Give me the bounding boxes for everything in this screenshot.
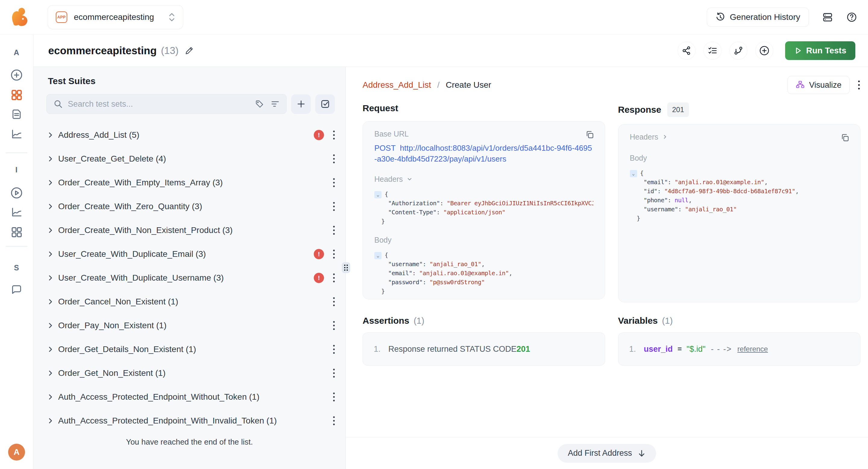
- variable-value: "$.id": [687, 345, 706, 354]
- copy-request-button[interactable]: [585, 130, 595, 139]
- app-selector[interactable]: APP ecommerceapitesting: [48, 5, 183, 29]
- analytics-chart-icon[interactable]: [10, 206, 23, 218]
- request-url[interactable]: POSThttp://localhost:8083/api/v1/orders/…: [374, 143, 593, 164]
- test-suite-row[interactable]: Order_Get_Non_Existent (1) !: [33, 361, 345, 385]
- user-avatar[interactable]: A: [8, 444, 25, 461]
- test-suite-row[interactable]: Order_Get_Details_Non_Existent (1) !: [33, 337, 345, 361]
- dashboard-grid-icon[interactable]: [10, 89, 23, 101]
- request-headers-label[interactable]: Headers: [374, 175, 593, 184]
- detail-menu-button[interactable]: [858, 80, 861, 90]
- suite-menu-button[interactable]: [333, 273, 336, 283]
- chat-bubble-icon[interactable]: [10, 283, 23, 295]
- kebab-menu-icon: [333, 130, 336, 140]
- edit-title-button[interactable]: [185, 46, 194, 55]
- test-suite-row[interactable]: Order_Create_With_Non_Existent_Product (…: [33, 218, 345, 242]
- visualize-button[interactable]: Visualize: [787, 76, 849, 94]
- apps-grid-icon[interactable]: [10, 226, 23, 238]
- document-icon[interactable]: [10, 108, 23, 120]
- add-test-suite-button[interactable]: [755, 42, 773, 59]
- suite-menu-button[interactable]: [333, 344, 336, 355]
- filter-icon[interactable]: [271, 99, 280, 108]
- response-headers-label[interactable]: Headers: [630, 132, 849, 142]
- run-tests-button[interactable]: Run Tests: [785, 41, 855, 60]
- chevron-right-icon[interactable]: [47, 346, 54, 353]
- suite-menu-button[interactable]: [333, 296, 336, 307]
- assertion-index: 1.: [374, 345, 381, 354]
- chevron-right-icon[interactable]: [47, 298, 54, 305]
- generation-history-button[interactable]: Generation History: [707, 7, 809, 27]
- status-code-badge: 201: [667, 102, 689, 117]
- server-stack-icon: [822, 12, 833, 23]
- suite-menu-button[interactable]: [333, 249, 336, 259]
- chevron-right-icon[interactable]: [47, 155, 54, 162]
- test-suite-row[interactable]: Order_Create_With_Empty_Items_Array (3) …: [33, 170, 345, 194]
- run-tests-label: Run Tests: [806, 46, 846, 56]
- git-branch-button[interactable]: [730, 42, 747, 59]
- test-suite-row[interactable]: Order_Cancel_Non_Existent (1) !: [33, 290, 345, 313]
- panel-resize-handle[interactable]: [342, 262, 350, 273]
- chevron-right-icon[interactable]: [47, 393, 54, 401]
- suite-menu-button[interactable]: [333, 130, 336, 140]
- add-suite-button[interactable]: [291, 94, 311, 114]
- add-circle-icon[interactable]: [10, 69, 23, 82]
- detail-footer: Add First Address: [346, 437, 868, 469]
- test-suite-row[interactable]: Order_Pay_Non_Existent (1) !: [33, 313, 345, 337]
- variable-reference-link[interactable]: reference: [738, 345, 768, 353]
- copy-response-button[interactable]: [840, 133, 850, 143]
- suite-menu-button[interactable]: [333, 392, 336, 402]
- assertion-item: 1. Response returned STATUS CODE 201: [363, 333, 605, 366]
- suite-menu-button[interactable]: [333, 368, 336, 379]
- test-suite-row[interactable]: Auth_Access_Protected_Endpoint_Without_T…: [33, 385, 345, 409]
- response-card: Headers Body ⌄{ "email": "anjali.rao.01@…: [618, 124, 861, 302]
- play-icon: [794, 47, 802, 55]
- rail-group-a-label: A: [13, 48, 19, 57]
- suite-menu-button[interactable]: [333, 153, 336, 164]
- chevron-right-icon[interactable]: [47, 250, 54, 258]
- suite-menu-button[interactable]: [333, 177, 336, 188]
- add-first-address-button[interactable]: Add First Address: [558, 444, 656, 463]
- line-chart-icon[interactable]: [10, 128, 23, 140]
- multi-select-button[interactable]: [315, 94, 335, 114]
- variable-equals: =: [678, 345, 682, 353]
- chevron-right-icon[interactable]: [47, 227, 54, 234]
- search-input[interactable]: [68, 99, 250, 109]
- tree-diagram-icon: [796, 81, 805, 90]
- keploy-logo[interactable]: [9, 7, 30, 28]
- help-circle-icon: [846, 12, 857, 23]
- chevron-right-icon[interactable]: [47, 370, 54, 377]
- breadcrumb-parent-link[interactable]: Address_Add_List: [363, 80, 431, 90]
- chevron-right-icon[interactable]: [47, 417, 54, 425]
- arrow-down-icon: [638, 449, 646, 458]
- tag-icon[interactable]: [255, 99, 264, 108]
- suite-label: Order_Cancel_Non_Existent (1): [58, 297, 178, 307]
- layout-panels-button[interactable]: [822, 12, 833, 23]
- help-button[interactable]: [846, 12, 857, 23]
- chevron-right-icon[interactable]: [47, 322, 54, 329]
- plus-icon: [296, 99, 306, 109]
- assertions-section: Assertions (1) 1. Response returned STAT…: [363, 315, 605, 366]
- chevron-right-icon[interactable]: [47, 131, 54, 139]
- test-suite-row[interactable]: Auth_Access_Protected_Endpoint_With_Inva…: [33, 409, 345, 433]
- suite-menu-button[interactable]: [333, 320, 336, 331]
- breadcrumb: Address_Add_List / Create User: [363, 80, 491, 90]
- chevron-right-icon[interactable]: [47, 179, 54, 186]
- share-button[interactable]: [678, 42, 695, 59]
- copy-icon: [840, 133, 850, 143]
- test-suite-row[interactable]: User_Create_Get_Delete (4) !: [33, 147, 345, 170]
- checklist-button[interactable]: [704, 42, 721, 59]
- play-circle-icon[interactable]: [10, 187, 23, 199]
- test-suite-row[interactable]: User_Create_With_Duplicate_Username (3) …: [33, 266, 345, 290]
- generation-history-label: Generation History: [730, 12, 800, 22]
- kebab-menu-icon: [858, 80, 861, 90]
- test-suite-row[interactable]: Address_Add_List (5) !: [33, 123, 345, 147]
- chevron-right-icon[interactable]: [47, 203, 54, 210]
- chevron-right-icon[interactable]: [47, 274, 54, 282]
- test-suite-row[interactable]: Order_Create_With_Zero_Quantity (3) !: [33, 194, 345, 218]
- suite-menu-button[interactable]: [333, 201, 336, 212]
- suite-menu-button[interactable]: [333, 225, 336, 236]
- suite-label: Order_Create_With_Zero_Quantity (3): [58, 201, 202, 211]
- suite-label: Order_Create_With_Non_Existent_Product (…: [58, 225, 233, 235]
- suite-menu-button[interactable]: [333, 415, 336, 426]
- search-box[interactable]: [46, 94, 287, 114]
- test-suite-row[interactable]: User_Create_With_Duplicate_Email (3) !: [33, 242, 345, 266]
